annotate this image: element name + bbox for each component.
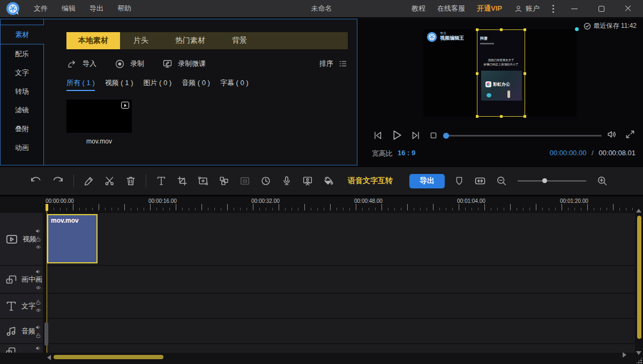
fit-timeline-button[interactable] [474,175,487,187]
presenter-button[interactable] [302,175,313,187]
redo-button[interactable] [51,175,64,187]
resize-handle[interactable] [524,115,526,118]
preview-canvas[interactable]: 专业 视频编辑王 抖音 泡泡已经变得太大了 好像已经赶上房顶的大小了 彩虹办公 [423,29,577,117]
seek-knob[interactable] [443,133,449,139]
eye-icon[interactable] [35,307,41,313]
menu-edit[interactable]: 编辑 [62,4,76,13]
media-item[interactable]: mov.mov [66,100,132,145]
marker-button[interactable] [454,176,465,186]
volume-button[interactable] [606,128,618,140]
pip-button[interactable] [239,175,251,187]
more-menu-icon[interactable] [551,4,555,14]
hscroll-left-arrow[interactable] [47,355,51,360]
fullscreen-button[interactable] [625,129,635,140]
track-header-audio[interactable]: 音频 [0,319,43,343]
maximize-button[interactable] [594,3,609,14]
vertical-scrollbar[interactable] [637,216,641,339]
zoom-in-button[interactable] [596,175,608,187]
delete-button[interactable] [125,175,137,187]
account-button[interactable]: 账户 [514,4,540,13]
filter-subtitle[interactable]: 字幕 ( 0 ) [220,78,249,91]
hscroll-right-arrow[interactable] [623,352,626,358]
eye-icon[interactable] [35,244,41,250]
tab-popular-media[interactable]: 热门素材 [162,32,219,49]
sort-button[interactable]: 排序 [319,59,348,69]
filter-image[interactable]: 图片 ( 0 ) [143,78,171,91]
track-lane-extra[interactable] [47,344,635,353]
mosaic-button[interactable] [218,175,230,187]
menu-file[interactable]: 文件 [34,4,48,13]
import-button[interactable]: 导入 [66,58,96,70]
track-header-extra[interactable] [0,344,43,353]
resize-handle[interactable] [476,28,478,31]
zoom-out-button[interactable] [496,175,507,187]
rotate-handle[interactable] [575,27,579,31]
horizontal-scrollbar[interactable] [54,355,163,359]
tab-background[interactable]: 背景 [219,32,260,49]
resize-handle[interactable] [524,72,526,75]
speaker-icon[interactable] [35,269,41,275]
filter-audio[interactable]: 音频 ( 0 ) [182,78,210,91]
timeline-zoom-slider[interactable] [518,180,586,181]
vscroll-down-arrow[interactable] [636,351,641,355]
media-thumbnail[interactable] [66,100,132,133]
undo-button[interactable] [29,175,42,187]
track-header-text[interactable]: 文字 [0,294,43,318]
record-button[interactable]: 录制 [114,58,144,70]
sidebar-item-filter[interactable]: 滤镜 [1,101,43,119]
timeline-zoom-knob[interactable] [542,178,547,183]
resize-handle[interactable] [500,115,503,118]
track-lane-pip[interactable] [47,266,635,293]
sidebar-item-overlay[interactable]: 叠附 [1,119,43,138]
speaker-icon[interactable] [35,345,41,351]
selected-video-clip-preview[interactable]: 抖音 泡泡已经变得太大了 好像已经赶上房顶的大小了 彩虹办公 [477,29,525,117]
resize-handle[interactable] [500,28,503,31]
track-header-video[interactable]: 视频 [0,213,43,265]
next-frame-button[interactable] [410,130,422,141]
cut-button[interactable] [104,175,116,187]
export-button[interactable]: 导出 [409,174,445,188]
sidebar-item-media[interactable]: 素材 [1,25,44,44]
prev-frame-button[interactable] [372,130,384,141]
speaker-icon[interactable] [35,324,41,330]
sidebar-item-transition[interactable]: 转场 [1,82,43,101]
fill-color-button[interactable] [323,175,334,187]
tutorial-link[interactable]: 教程 [412,4,425,13]
crop-button[interactable] [176,175,188,187]
sidebar-item-animation[interactable]: 动画 [1,138,43,157]
filter-video[interactable]: 视频 ( 1 ) [105,78,133,91]
vscroll-up-arrow[interactable] [636,209,641,213]
lock-icon[interactable] [35,277,41,283]
timeline-clip[interactable]: mov.mov [47,214,98,263]
add-text-button[interactable] [155,175,167,187]
menu-help[interactable]: 帮助 [117,4,131,13]
scale-region-button[interactable] [197,175,209,187]
lock-icon[interactable] [35,332,41,338]
track-header-pip[interactable]: 画中画 [0,266,43,293]
resize-handle[interactable] [524,28,526,31]
vip-link[interactable]: 开通VIP [477,4,502,13]
track-header-grab-handle[interactable] [44,322,48,346]
aspect-ratio-value[interactable]: 16 : 9 [398,149,415,158]
screen-record-button[interactable]: 录制微课 [162,58,206,70]
play-button[interactable] [390,128,403,142]
playhead-marker[interactable] [46,204,48,211]
track-lane-video[interactable]: mov.mov [47,213,635,265]
duration-button[interactable] [260,175,272,187]
lock-icon[interactable] [35,299,41,305]
resize-handle[interactable] [476,72,478,75]
tab-local-media[interactable]: 本地素材 [66,32,120,49]
menu-export[interactable]: 导出 [89,4,103,13]
track-lane-audio[interactable] [47,319,635,343]
lock-icon[interactable] [35,236,41,242]
seek-slider[interactable] [444,135,602,136]
edit-pencil-button[interactable] [83,175,95,187]
track-lane-text[interactable] [47,294,635,318]
minimize-button[interactable] [567,3,582,14]
stop-button[interactable] [428,130,439,141]
voiceover-button[interactable] [281,175,293,187]
close-button[interactable] [620,3,635,14]
tab-intro[interactable]: 片头 [120,32,162,49]
sidebar-item-music[interactable]: 配乐 [1,44,43,63]
filter-all[interactable]: 所有 ( 1 ) [66,78,95,91]
